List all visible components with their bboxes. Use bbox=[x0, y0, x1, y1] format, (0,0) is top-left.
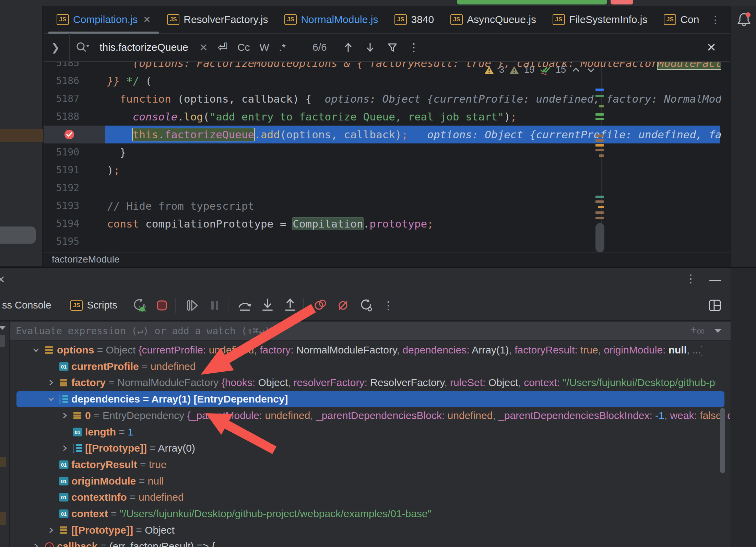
variable-row[interactable]: 01contextInfo = undefined bbox=[10, 489, 731, 505]
close-search-icon[interactable]: ✕ bbox=[707, 40, 717, 54]
filter-icon[interactable] bbox=[386, 40, 399, 54]
add-watch-icon[interactable]: +oo bbox=[690, 323, 704, 336]
variable-row[interactable]: 01factoryResult = true bbox=[10, 456, 731, 473]
editor-scrollbar-thumb[interactable] bbox=[595, 223, 604, 252]
variable-row[interactable]: factory = NormalModuleFactory {hooks: Ob… bbox=[10, 374, 731, 391]
stripe-mark[interactable] bbox=[595, 196, 604, 198]
variable-row[interactable]: [[Prototype]] = Object bbox=[10, 522, 731, 538]
next-occurrence-icon[interactable] bbox=[364, 40, 376, 54]
project-selected-row-fragment[interactable] bbox=[0, 129, 43, 142]
breakpoint-icon[interactable] bbox=[63, 129, 75, 140]
watch-dropdown-icon[interactable] bbox=[713, 326, 723, 336]
inspections-widget[interactable]: 3 19 15 bbox=[484, 65, 596, 75]
tab-process-console[interactable]: ss Console bbox=[2, 300, 51, 311]
chevron-right-icon[interactable] bbox=[47, 378, 56, 387]
tab-asyncqueue-js[interactable]: JSAsyncQueue.js bbox=[442, 6, 544, 33]
stripe-mark[interactable] bbox=[598, 206, 604, 208]
variable-row[interactable]: λcallback = (err, factoryResult) => { bbox=[10, 538, 731, 547]
stripe-mark[interactable] bbox=[595, 135, 604, 137]
code-line-5189[interactable]: this.factorizeQueue.add(options, callbac… bbox=[44, 126, 730, 143]
search-options-kebab-icon[interactable]: ⋮ bbox=[409, 41, 420, 54]
tab-resolverfactory-js[interactable]: JSResolverFactory.js bbox=[159, 6, 276, 33]
chevron-down-icon[interactable] bbox=[32, 346, 40, 354]
variables-tree[interactable]: Local options = Object {currentProfile: … bbox=[10, 341, 731, 547]
evaluate-expression-input[interactable]: Evaluate expression (↵) or add a watch (… bbox=[10, 322, 731, 341]
variable-row[interactable]: 01length = 1 bbox=[10, 424, 731, 440]
pause-icon[interactable] bbox=[205, 296, 224, 315]
line-number[interactable]: 5190 bbox=[44, 143, 79, 161]
tab-compilation-js[interactable]: JSCompilation.js✕ bbox=[48, 6, 159, 33]
line-number[interactable]: 5192 bbox=[44, 179, 79, 197]
close-tab-icon[interactable]: ✕ bbox=[143, 14, 151, 25]
stripe-mark[interactable] bbox=[595, 211, 604, 214]
variable-row[interactable]: 01currentProfile = undefined bbox=[10, 358, 731, 375]
code-line-5192[interactable]: 5192 bbox=[44, 179, 730, 197]
expand-search-icon[interactable]: ❯ bbox=[51, 42, 60, 54]
breadcrumb-item[interactable]: factorizeModule bbox=[52, 254, 120, 265]
line-number[interactable]: 5188 bbox=[44, 108, 79, 126]
tab-con[interactable]: JSCon bbox=[655, 6, 707, 33]
newline-icon[interactable]: ⏎ bbox=[217, 40, 228, 55]
stripe-mark[interactable] bbox=[595, 200, 604, 203]
variables-scrollbar-thumb[interactable] bbox=[720, 408, 725, 473]
line-number[interactable]: 5194 bbox=[44, 215, 79, 233]
line-number[interactable]: 5193 bbox=[44, 197, 79, 215]
chevron-right-icon[interactable] bbox=[60, 444, 69, 453]
debug-more-kebab-icon[interactable]: ⋮ bbox=[379, 296, 398, 315]
code-line-5188[interactable]: 5188 console.log("add entry to factorize… bbox=[44, 108, 730, 126]
line-number[interactable]: 5185 bbox=[44, 62, 79, 72]
variable-row[interactable]: 0 = EntryDependency {_parentModule: unde… bbox=[10, 407, 731, 424]
mute-breakpoints-icon[interactable] bbox=[333, 296, 353, 315]
tab-normalmodule-js[interactable]: JSNormalModule.js bbox=[276, 6, 386, 33]
search-query[interactable]: this.factorizeQueue bbox=[99, 42, 188, 53]
stop-icon[interactable] bbox=[152, 296, 172, 315]
line-number[interactable]: 5186 bbox=[44, 72, 79, 90]
run-to-cursor-icon[interactable] bbox=[356, 296, 375, 315]
code-line-5190[interactable]: 5190 } bbox=[44, 143, 730, 161]
variable-row[interactable]: options = Object {currentProfile: undefi… bbox=[10, 342, 731, 358]
tab-scripts[interactable]: JS Scripts bbox=[70, 300, 117, 311]
code-line-5185[interactable]: 5185 (options: FactorizeModuleOptions & … bbox=[44, 62, 730, 72]
stop-progress-button[interactable] bbox=[611, 0, 633, 4]
stripe-mark[interactable] bbox=[595, 217, 604, 219]
stripe-mark[interactable] bbox=[595, 118, 604, 120]
variable-row[interactable]: 01context = "/Users/fujunkui/Desktop/git… bbox=[10, 505, 731, 522]
stripe-mark[interactable] bbox=[595, 95, 604, 97]
stripe-mark[interactable] bbox=[595, 139, 604, 142]
step-over-icon[interactable] bbox=[235, 296, 255, 315]
search-icon[interactable] bbox=[75, 40, 90, 54]
stripe-mark[interactable] bbox=[595, 149, 604, 151]
stripe-mark[interactable] bbox=[595, 144, 604, 147]
code-line-5186[interactable]: 5186}} */ ( bbox=[44, 72, 730, 90]
code-line-5187[interactable]: 5187 function (options, callback) { opti… bbox=[44, 90, 730, 108]
tab-3840[interactable]: JS3840 bbox=[386, 6, 442, 33]
rerun-debug-icon[interactable] bbox=[130, 296, 149, 315]
stripe-mark[interactable] bbox=[595, 113, 604, 116]
clear-search-icon[interactable]: ✕ bbox=[199, 42, 208, 54]
resume-program-icon[interactable] bbox=[182, 296, 202, 315]
panel-options-kebab-icon[interactable]: ⋮ bbox=[685, 272, 696, 285]
line-number[interactable]: 5195 bbox=[44, 233, 79, 251]
rail-selected-fragment[interactable] bbox=[0, 335, 5, 347]
variable-row[interactable]: 123dependencies = Array(1) [EntryDepende… bbox=[10, 391, 731, 407]
frame-dropdown-chevron-icon[interactable] bbox=[0, 324, 8, 333]
step-out-icon[interactable] bbox=[281, 296, 300, 315]
step-into-icon[interactable] bbox=[258, 296, 277, 315]
code-line-5193[interactable]: 5193// Hide from typescript bbox=[44, 197, 730, 215]
previous-occurrence-icon[interactable] bbox=[342, 40, 354, 54]
code-line-5195[interactable]: 5195 bbox=[44, 233, 730, 251]
chevron-right-icon[interactable] bbox=[60, 411, 69, 420]
minimize-panel-icon[interactable]: — bbox=[709, 273, 721, 286]
chevron-down-icon[interactable] bbox=[47, 395, 56, 404]
regex-toggle[interactable]: .* bbox=[279, 42, 286, 53]
variable-row[interactable]: 01originModule = null bbox=[10, 473, 731, 489]
prev-problem-chevron-icon[interactable] bbox=[571, 66, 581, 74]
match-case-toggle[interactable]: Cc bbox=[237, 42, 250, 53]
view-breakpoints-icon[interactable] bbox=[311, 296, 330, 315]
code-line-5194[interactable]: 5194const compilationPrototype = Compila… bbox=[44, 215, 730, 233]
whole-words-toggle[interactable]: W bbox=[260, 42, 269, 53]
breadcrumb[interactable]: factorizeModule bbox=[44, 252, 730, 267]
chevron-right-icon[interactable] bbox=[32, 542, 40, 547]
code-editor[interactable]: 5185 (options: FactorizeModuleOptions & … bbox=[44, 62, 730, 252]
line-number[interactable]: 5187 bbox=[44, 90, 79, 108]
